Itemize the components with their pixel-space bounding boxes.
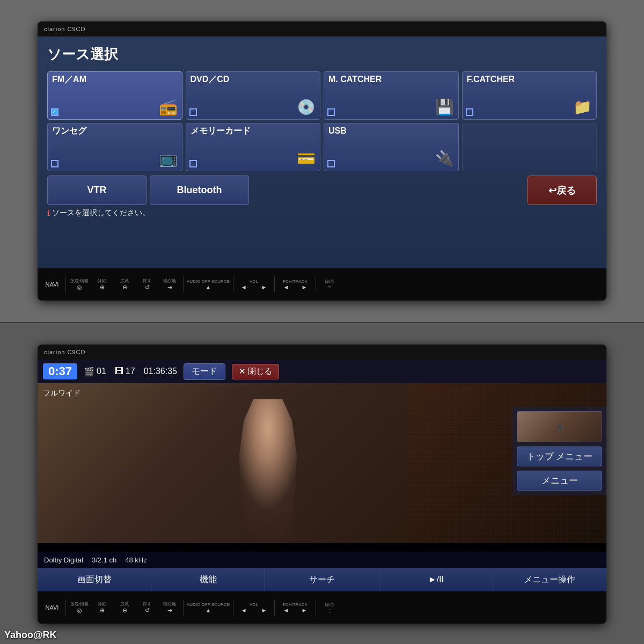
ctrl-source-b-icon[interactable]: ▲	[200, 607, 216, 613]
menu-button[interactable]: メニュー	[517, 471, 602, 491]
ctrl-search-b-icon[interactable]: ↺	[139, 607, 155, 614]
ctrl-wide-b-icon[interactable]: ⊖	[116, 607, 133, 614]
menu-btn-1seg[interactable]: ワンセグ 📺	[47, 123, 182, 171]
bottom-half: clarion C9CD 0:37 🎬 01 🎞 17 01:36:3	[0, 323, 644, 644]
ctrl-navi[interactable]: NAVI	[42, 281, 62, 288]
menu-btn-label-memcard: メモリーカード	[191, 127, 251, 135]
ctrl-rec[interactable]: 録/言 ≡	[319, 279, 340, 291]
ctrl-detail-icon[interactable]: ⊕	[94, 284, 110, 291]
action-menu-ops-label: メニュー操作	[524, 574, 575, 586]
chapter-icon: 🎬	[84, 367, 94, 377]
menu-btn-usb[interactable]: USB 🔌	[324, 123, 459, 171]
check-fm-am	[51, 108, 58, 116]
menu-btn-fm-am[interactable]: FM／AM 📻	[47, 71, 182, 120]
close-label: 閉じる	[248, 367, 272, 377]
ctrl-detail-b[interactable]: 詳細 ⊕	[92, 601, 112, 614]
ctrl-rec-b[interactable]: 録/言 ≡	[319, 602, 340, 614]
action-menu-ops[interactable]: メニュー操作	[493, 568, 606, 591]
ctrl-vol-b[interactable]: VOL ◄- -►	[237, 602, 271, 613]
ctrl-current-icon[interactable]: ⇥	[162, 284, 178, 291]
top-menu-button[interactable]: トップ メニュー	[517, 447, 602, 466]
status-bar: ℹ ソースを選択してください。	[47, 208, 597, 218]
ctrl-info-label: 放送/情報	[70, 278, 89, 284]
mode-button[interactable]: モード	[184, 363, 225, 380]
menu-btn-dvd-cd[interactable]: DVD／CD 💿	[186, 71, 321, 120]
ctrl-navi-b[interactable]: NAVI	[42, 604, 62, 611]
ctrl-vol-b-down[interactable]: ◄-	[237, 607, 253, 613]
vtr-button[interactable]: VTR	[47, 175, 147, 205]
ctrl-info-b[interactable]: 放送/情報 ◎	[69, 601, 90, 614]
dvd-topbar: 0:37 🎬 01 🎞 17 01:36:35 モード	[38, 360, 606, 383]
ctrl-source-label: AUDIO OFF SOURCE	[187, 279, 230, 284]
ctrl-info-b-icon[interactable]: ◎	[71, 607, 87, 614]
menu-btn-icon-dvd: 💿	[297, 98, 316, 116]
ctrl-vol[interactable]: VOL ◄- -►	[237, 279, 271, 290]
ctrl-vol-up[interactable]: -►	[255, 284, 271, 290]
bluetooth-label: Bluetooth	[177, 185, 222, 196]
menu-btn-f-catcher[interactable]: F.CATCHER 📁	[462, 71, 597, 120]
menu-grid: FM／AM 📻 DVD／CD 💿 M. CATCHER 💾	[47, 71, 597, 171]
ctrl-rec-b-icon[interactable]: ≡	[321, 608, 338, 614]
mode-label: モード	[192, 367, 217, 376]
ctrl-source[interactable]: AUDIO OFF SOURCE ▲	[187, 279, 230, 290]
ctrl-track-b-next[interactable]: ►	[296, 607, 312, 613]
check-mcatcher	[327, 108, 335, 116]
ctrl-search-b-label: 探す	[143, 601, 151, 607]
ctrl-rec-icon[interactable]: ≡	[321, 284, 338, 291]
ctrl-navi-b-icon[interactable]: NAVI	[44, 604, 60, 611]
menu-label: メニュー	[541, 474, 578, 487]
ctrl-current-b[interactable]: 現在地 ⇥	[159, 601, 180, 614]
action-screen-switch[interactable]: 画面切替	[38, 568, 151, 591]
ctrl-track-prev[interactable]: ◄	[278, 284, 294, 290]
action-play-pause[interactable]: ►/II	[379, 568, 493, 591]
ctrl-info-icon[interactable]: ◎	[71, 284, 87, 291]
menu-btn-m-catcher[interactable]: M. CATCHER 💾	[324, 71, 459, 120]
ctrl-wide-b[interactable]: 広域 ⊖	[114, 601, 135, 614]
menu-btn-label-fcatcher: F.CATCHER	[467, 75, 515, 84]
menu-btn-memory-card[interactable]: メモリーカード 💳	[186, 123, 321, 171]
ctrl-detail[interactable]: 詳細 ⊕	[92, 278, 112, 291]
ctrl-current-b-icon[interactable]: ⇥	[162, 607, 178, 614]
ctrl-wide[interactable]: 広域 ⊖	[114, 278, 135, 291]
video-area: フルワイド ⬛ トップ メニュー メニュー	[38, 383, 606, 543]
bluetooth-button[interactable]: Bluetooth	[150, 175, 249, 205]
ctrl-current[interactable]: 現在地 ⇥	[159, 278, 180, 291]
ctrl-search-icon[interactable]: ↺	[139, 284, 155, 291]
ctrl-rec-label: 録/言	[325, 279, 334, 284]
check-1seg	[51, 160, 58, 167]
ctrl-search-label: 探す	[143, 278, 151, 284]
ctrl-search[interactable]: 探す ↺	[137, 278, 157, 291]
ctrl-detail-label: 詳細	[98, 278, 106, 284]
ctrl-wide-icon[interactable]: ⊖	[116, 284, 133, 291]
divider-b-3	[233, 599, 233, 616]
timecode: 01:36:35	[144, 367, 177, 376]
ctrl-track-b[interactable]: FCH/TRACK ◄ ►	[278, 602, 312, 613]
menu-btn-icon-fm-am: 📻	[159, 98, 178, 116]
ctrl-detail-b-icon[interactable]: ⊕	[94, 607, 110, 614]
time-badge: 0:37	[43, 363, 77, 379]
ctrl-search-b[interactable]: 探す ↺	[137, 601, 157, 614]
back-label: 戻る	[557, 184, 576, 197]
check-fcatcher	[466, 108, 473, 116]
ctrl-track[interactable]: FCH/TRACK ◄ ►	[278, 279, 312, 290]
ctrl-vol-b-up[interactable]: -►	[255, 607, 271, 613]
ctrl-info-b-label: 放送/情報	[70, 601, 89, 607]
sample-rate: 48 kHz	[125, 556, 147, 564]
ctrl-vol-down[interactable]: ◄-	[237, 284, 253, 290]
action-function[interactable]: 機能	[151, 568, 265, 591]
timecode-info: 01:36:35	[144, 367, 177, 376]
title-num: 17	[126, 367, 135, 376]
ctrl-track-b-prev[interactable]: ◄	[278, 607, 294, 613]
ctrl-source-icon[interactable]: ▲	[200, 284, 216, 290]
screen-top: ソース選択 FM／AM 📻 DVD／CD 💿 M. CATCHER	[38, 36, 606, 268]
audio-format: Dolby Digital	[44, 556, 83, 564]
back-button[interactable]: ↩ 戻る	[527, 175, 597, 205]
menu-btn-icon-memcard: 💳	[297, 150, 316, 167]
ctrl-source-b[interactable]: AUDIO OFF SOURCE ▲	[187, 602, 230, 613]
ctrl-info[interactable]: 放送/情報 ◎	[69, 278, 90, 291]
action-search[interactable]: サーチ	[265, 568, 379, 591]
ctrl-track-next[interactable]: ►	[296, 284, 312, 290]
ctrl-navi-icon[interactable]: NAVI	[44, 281, 60, 288]
menu-btn-empty	[462, 123, 597, 171]
close-button[interactable]: ✕ 閉じる	[232, 364, 279, 379]
